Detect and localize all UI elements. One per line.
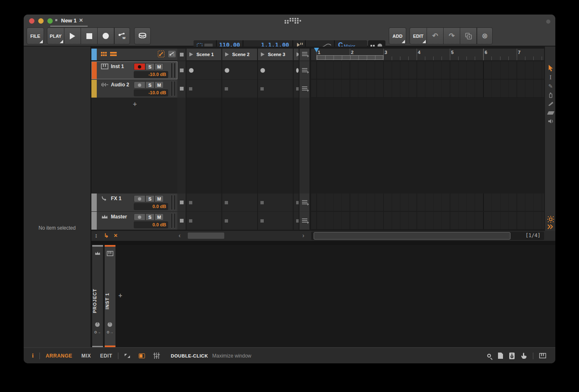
automation-write-button[interactable]: w [114,27,130,44]
project-tab-title[interactable]: New 1 [61,17,77,24]
record-arm-button[interactable] [134,63,145,70]
solo-button[interactable]: S [145,213,155,220]
add-device-button[interactable]: + [118,292,122,299]
add-track-button[interactable]: + [133,100,137,108]
clip-slot[interactable] [258,194,293,211]
search-icon[interactable] [487,354,491,358]
scene-stack-button[interactable] [299,194,309,211]
close-window-button[interactable] [29,18,34,24]
arranger-timeline[interactable]: 1 2 3 4 5 6 7 [311,49,544,230]
clip-slot[interactable] [186,212,221,230]
list-view-icon[interactable] [110,52,117,57]
scene-4-header[interactable] [294,49,299,60]
duplicate-button[interactable] [460,27,477,44]
scene-scroll-left-button[interactable]: ‹ [179,232,181,239]
file-menu-button[interactable]: FILE [27,27,44,44]
mute-button[interactable]: M [155,63,164,70]
audition-tool-button[interactable] [545,119,555,124]
pen-tool-button[interactable]: ✎ [545,83,555,89]
solo-button[interactable]: S [145,63,155,70]
maximize-window-button[interactable] [47,18,53,24]
clip-slot[interactable] [294,80,299,98]
track-name[interactable]: Master [111,214,127,220]
track-header-inst-1[interactable]: Inst 1 S M -10.0 dB [91,61,177,79]
pointer-tool-button[interactable] [545,65,555,71]
track-name[interactable]: Inst 1 [111,64,124,69]
track-header-master[interactable]: Master S M 0.0 dB [91,212,177,230]
clip-slot[interactable] [258,61,293,79]
arranger-scrollbar-thumb[interactable] [314,232,510,240]
stop-track-clips-button[interactable] [177,194,186,211]
clip-slot[interactable] [294,194,299,211]
cancel-button[interactable]: ⊗ [477,27,493,44]
scene-play-icon[interactable] [297,52,299,56]
expand-panel-button[interactable] [545,224,555,229]
scene-scrollbar-thumb[interactable] [188,233,224,239]
view-switch-edit[interactable]: EDIT [100,353,112,359]
clip-slot[interactable] [186,61,221,79]
arranger-track-lane-master[interactable] [311,212,544,230]
stop-track-clips-button[interactable] [177,212,186,230]
scene-2-header[interactable]: Scene 2 [222,49,257,60]
view-switch-mix[interactable]: MIX [81,353,91,359]
snap-toggle-button[interactable] [545,216,555,223]
record-arm-button[interactable] [134,81,145,88]
tab-project[interactable]: PROJECT o→ [92,245,103,347]
monitor-speaker-icon[interactable] [509,353,515,359]
track-header-fx-1[interactable]: FX 1 S M 0.0 dB [91,194,177,211]
track-volume-value[interactable]: -10.0 dB [134,89,168,96]
text-tool-button[interactable]: I [545,74,555,81]
tab-inst-1[interactable]: INST 1 o→ [105,245,115,347]
piano-keyboard-icon[interactable] [539,353,546,358]
loop-region[interactable] [316,55,383,60]
clip-slot[interactable] [222,194,257,211]
track-color-strip[interactable] [91,61,97,79]
display-profile-button[interactable] [134,27,151,44]
knife-tool-button[interactable] [545,101,555,106]
track-height-resize-button[interactable]: ↕ [95,232,98,239]
arranger-scrollbar-track[interactable] [311,232,544,240]
track-volume-value[interactable]: 0.0 dB [134,221,168,228]
track-header-audio-2[interactable]: Audio 2 S M -10.0 dB [91,80,177,98]
track-color-strip[interactable] [91,212,97,230]
play-button[interactable] [64,27,81,44]
mute-button[interactable]: M [155,81,164,88]
grid-view-icon[interactable] [101,52,107,57]
scene-scroll-right-button[interactable]: › [302,232,304,239]
solo-button[interactable]: S [145,81,155,88]
clip-slot[interactable] [222,212,257,230]
focus-toggle-icon[interactable] [124,353,130,358]
minimize-window-button[interactable] [38,18,44,24]
undo-button[interactable]: ↶ [427,27,444,44]
playhead-marker[interactable] [314,48,319,52]
clip-slot[interactable] [222,80,257,98]
scene-stack-button[interactable] [299,212,309,230]
scene-play-icon[interactable] [225,52,229,56]
edit-menu-button[interactable]: EDIT [410,27,427,44]
stop-track-clips-button[interactable] [177,61,186,79]
track-volume-value[interactable]: 0.0 dB [134,203,168,210]
clip-slot[interactable] [258,80,293,98]
crossfade-toggle-button[interactable]: ↳ [104,232,109,239]
clip-slot[interactable] [186,194,221,211]
track-color-strip[interactable] [91,80,97,98]
timeline-ruler[interactable]: 1 2 3 4 5 6 7 [311,49,544,60]
project-tab-close-icon[interactable]: ✕ [79,17,83,23]
scene-stack-button[interactable] [299,49,309,60]
mute-button[interactable]: M [155,213,164,220]
view-switch-arrange[interactable]: ARRANGE [46,353,72,359]
add-menu-button[interactable]: ADD [389,27,406,44]
track-volume-value[interactable]: -10.0 dB [134,71,168,78]
record-arm-button[interactable] [134,195,145,202]
scene-play-icon[interactable] [189,52,193,56]
mute-button[interactable]: M [155,195,164,202]
record-arm-button[interactable] [134,213,145,220]
delete-crossing-button[interactable]: × [114,232,118,239]
scene-3-header[interactable]: Scene 3 [258,49,293,60]
eraser-tool-button[interactable] [545,110,555,115]
clip-slot[interactable] [294,212,299,230]
io-sliders-button[interactable] [153,353,160,359]
stop-track-clips-button[interactable] [177,80,186,98]
stop-all-clips-button[interactable] [177,49,186,60]
track-name[interactable]: Audio 2 [111,82,129,88]
